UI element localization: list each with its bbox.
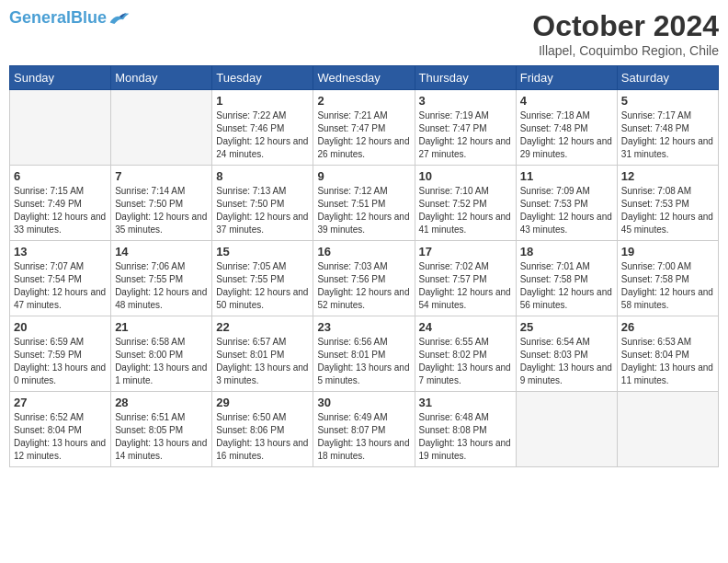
day-info: Sunrise: 6:51 AM Sunset: 8:05 PM Dayligh… <box>115 411 208 463</box>
col-header-monday: Monday <box>111 66 212 90</box>
day-number: 23 <box>317 320 410 334</box>
day-number: 24 <box>419 320 512 334</box>
day-number: 25 <box>520 320 613 334</box>
logo-bird-icon <box>108 9 131 28</box>
calendar-cell: 6 Sunrise: 7:15 AM Sunset: 7:49 PM Dayli… <box>10 166 111 241</box>
day-number: 4 <box>520 94 613 108</box>
col-header-tuesday: Tuesday <box>212 66 313 90</box>
day-info: Sunrise: 7:03 AM Sunset: 7:56 PM Dayligh… <box>317 260 410 312</box>
title-block: October 2024 Illapel, Coquimbo Region, C… <box>532 9 719 58</box>
calendar-cell: 9 Sunrise: 7:12 AM Sunset: 7:51 PM Dayli… <box>313 166 415 241</box>
day-number: 18 <box>520 245 613 259</box>
calendar-cell: 23 Sunrise: 6:56 AM Sunset: 8:01 PM Dayl… <box>313 316 415 392</box>
day-number: 6 <box>14 169 107 183</box>
week-row-1: 1 Sunrise: 7:22 AM Sunset: 7:46 PM Dayli… <box>10 90 719 166</box>
day-info: Sunrise: 7:09 AM Sunset: 7:53 PM Dayligh… <box>520 185 613 236</box>
calendar-cell <box>516 392 617 467</box>
calendar-cell: 31 Sunrise: 6:48 AM Sunset: 8:08 PM Dayl… <box>415 392 516 467</box>
day-info: Sunrise: 7:07 AM Sunset: 7:54 PM Dayligh… <box>14 260 107 312</box>
day-number: 3 <box>419 94 512 108</box>
day-info: Sunrise: 7:00 AM Sunset: 7:58 PM Dayligh… <box>621 260 714 312</box>
day-info: Sunrise: 6:49 AM Sunset: 8:07 PM Dayligh… <box>317 411 410 463</box>
calendar-cell <box>111 90 212 166</box>
day-info: Sunrise: 6:54 AM Sunset: 8:03 PM Dayligh… <box>520 336 613 387</box>
day-number: 14 <box>115 245 208 259</box>
calendar-cell: 4 Sunrise: 7:18 AM Sunset: 7:48 PM Dayli… <box>516 90 617 166</box>
calendar-cell: 22 Sunrise: 6:57 AM Sunset: 8:01 PM Dayl… <box>212 316 313 392</box>
day-number: 10 <box>419 169 512 183</box>
day-number: 2 <box>317 94 410 108</box>
week-row-3: 13 Sunrise: 7:07 AM Sunset: 7:54 PM Dayl… <box>10 241 719 316</box>
day-info: Sunrise: 7:14 AM Sunset: 7:50 PM Dayligh… <box>115 185 208 236</box>
month-year: October 2024 <box>532 9 719 43</box>
week-row-5: 27 Sunrise: 6:52 AM Sunset: 8:04 PM Dayl… <box>10 392 719 467</box>
calendar-cell: 1 Sunrise: 7:22 AM Sunset: 7:46 PM Dayli… <box>212 90 313 166</box>
calendar-cell: 16 Sunrise: 7:03 AM Sunset: 7:56 PM Dayl… <box>313 241 415 316</box>
col-header-friday: Friday <box>516 66 617 90</box>
day-info: Sunrise: 6:53 AM Sunset: 8:04 PM Dayligh… <box>621 336 714 387</box>
day-info: Sunrise: 7:19 AM Sunset: 7:47 PM Dayligh… <box>419 109 512 161</box>
calendar-table: SundayMondayTuesdayWednesdayThursdayFrid… <box>9 65 719 467</box>
day-number: 5 <box>621 94 714 108</box>
day-info: Sunrise: 6:48 AM Sunset: 8:08 PM Dayligh… <box>419 411 512 463</box>
day-number: 26 <box>621 320 714 334</box>
logo-text: GeneralBlue <box>9 9 107 28</box>
day-number: 19 <box>621 245 714 259</box>
day-number: 29 <box>216 396 309 409</box>
col-header-sunday: Sunday <box>10 66 111 90</box>
day-info: Sunrise: 7:05 AM Sunset: 7:55 PM Dayligh… <box>216 260 309 312</box>
day-number: 20 <box>14 320 107 334</box>
calendar-cell: 3 Sunrise: 7:19 AM Sunset: 7:47 PM Dayli… <box>415 90 516 166</box>
day-info: Sunrise: 6:58 AM Sunset: 8:00 PM Dayligh… <box>115 336 208 387</box>
day-info: Sunrise: 7:18 AM Sunset: 7:48 PM Dayligh… <box>520 109 613 161</box>
calendar-cell: 10 Sunrise: 7:10 AM Sunset: 7:52 PM Dayl… <box>415 166 516 241</box>
day-number: 8 <box>216 169 309 183</box>
day-info: Sunrise: 6:55 AM Sunset: 8:02 PM Dayligh… <box>419 336 512 387</box>
day-number: 17 <box>419 245 512 259</box>
day-number: 7 <box>115 169 208 183</box>
day-number: 12 <box>621 169 714 183</box>
calendar-cell <box>617 392 718 467</box>
day-info: Sunrise: 7:17 AM Sunset: 7:48 PM Dayligh… <box>621 109 714 161</box>
day-info: Sunrise: 6:56 AM Sunset: 8:01 PM Dayligh… <box>317 336 410 387</box>
day-info: Sunrise: 7:22 AM Sunset: 7:46 PM Dayligh… <box>216 109 309 161</box>
day-number: 28 <box>115 396 208 409</box>
day-number: 30 <box>317 396 410 409</box>
calendar-cell: 11 Sunrise: 7:09 AM Sunset: 7:53 PM Dayl… <box>516 166 617 241</box>
day-info: Sunrise: 6:50 AM Sunset: 8:06 PM Dayligh… <box>216 411 309 463</box>
col-header-wednesday: Wednesday <box>313 66 415 90</box>
calendar-cell: 7 Sunrise: 7:14 AM Sunset: 7:50 PM Dayli… <box>111 166 212 241</box>
day-info: Sunrise: 7:15 AM Sunset: 7:49 PM Dayligh… <box>14 185 107 236</box>
day-info: Sunrise: 7:10 AM Sunset: 7:52 PM Dayligh… <box>419 185 512 236</box>
day-info: Sunrise: 6:52 AM Sunset: 8:04 PM Dayligh… <box>14 411 107 463</box>
calendar-cell: 15 Sunrise: 7:05 AM Sunset: 7:55 PM Dayl… <box>212 241 313 316</box>
day-number: 21 <box>115 320 208 334</box>
calendar-cell <box>10 90 111 166</box>
day-info: Sunrise: 7:06 AM Sunset: 7:55 PM Dayligh… <box>115 260 208 312</box>
calendar-cell: 26 Sunrise: 6:53 AM Sunset: 8:04 PM Dayl… <box>617 316 718 392</box>
day-info: Sunrise: 7:02 AM Sunset: 7:57 PM Dayligh… <box>419 260 512 312</box>
calendar-cell: 14 Sunrise: 7:06 AM Sunset: 7:55 PM Dayl… <box>111 241 212 316</box>
calendar-cell: 21 Sunrise: 6:58 AM Sunset: 8:00 PM Dayl… <box>111 316 212 392</box>
page-header: GeneralBlue October 2024 Illapel, Coquim… <box>9 9 719 58</box>
col-header-saturday: Saturday <box>617 66 718 90</box>
logo-general: General <box>9 8 71 27</box>
location: Illapel, Coquimbo Region, Chile <box>532 43 719 58</box>
day-number: 31 <box>419 396 512 409</box>
day-info: Sunrise: 7:12 AM Sunset: 7:51 PM Dayligh… <box>317 185 410 236</box>
day-info: Sunrise: 6:59 AM Sunset: 7:59 PM Dayligh… <box>14 336 107 387</box>
day-info: Sunrise: 6:57 AM Sunset: 8:01 PM Dayligh… <box>216 336 309 387</box>
day-number: 16 <box>317 245 410 259</box>
calendar-cell: 19 Sunrise: 7:00 AM Sunset: 7:58 PM Dayl… <box>617 241 718 316</box>
day-info: Sunrise: 7:13 AM Sunset: 7:50 PM Dayligh… <box>216 185 309 236</box>
day-number: 15 <box>216 245 309 259</box>
calendar-cell: 17 Sunrise: 7:02 AM Sunset: 7:57 PM Dayl… <box>415 241 516 316</box>
day-number: 22 <box>216 320 309 334</box>
calendar-cell: 12 Sunrise: 7:08 AM Sunset: 7:53 PM Dayl… <box>617 166 718 241</box>
calendar-cell: 28 Sunrise: 6:51 AM Sunset: 8:05 PM Dayl… <box>111 392 212 467</box>
calendar-cell: 13 Sunrise: 7:07 AM Sunset: 7:54 PM Dayl… <box>10 241 111 316</box>
calendar-cell: 24 Sunrise: 6:55 AM Sunset: 8:02 PM Dayl… <box>415 316 516 392</box>
day-info: Sunrise: 7:08 AM Sunset: 7:53 PM Dayligh… <box>621 185 714 236</box>
calendar-cell: 20 Sunrise: 6:59 AM Sunset: 7:59 PM Dayl… <box>10 316 111 392</box>
day-number: 1 <box>216 94 309 108</box>
